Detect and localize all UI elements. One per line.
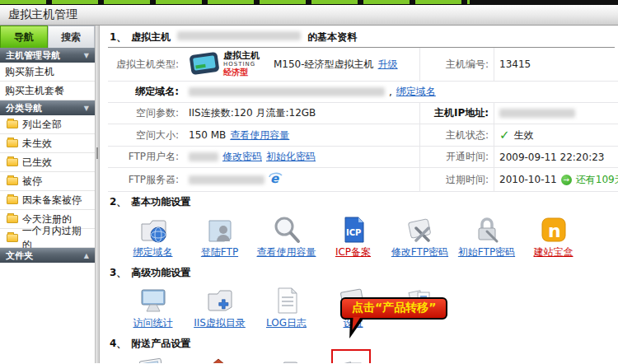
function-icp-record[interactable]: ICP ICP备案	[320, 213, 386, 259]
folder-icon	[7, 139, 18, 147]
view-usage-link[interactable]: 查看使用容量	[230, 128, 289, 142]
ie-icon[interactable]: e	[269, 171, 283, 188]
function-enterprise-mail[interactable]: 企业邮局管理	[185, 355, 251, 363]
host-info-table: 虚拟主机类型: 虚拟主机 HOSTING 经济型	[108, 48, 615, 192]
ftp-user-value: 修改密码 初始化密码	[184, 147, 419, 168]
folder-icon	[7, 215, 18, 223]
sidebar-item-list-all[interactable]: 列出全部	[0, 115, 95, 134]
host-type-value: 虚拟主机 HOSTING 经济型 M150-经济型虚拟主机 升级	[184, 48, 419, 82]
days-remaining-text: 还有109天过期	[576, 173, 618, 187]
tab-search[interactable]: 搜索	[48, 26, 96, 48]
title-bar: 虚拟主机管理	[0, 5, 618, 26]
host-type-label: 虚拟主机类型:	[108, 48, 184, 82]
sidebar-group-host-management[interactable]: 主机管理导航 ▼	[0, 48, 95, 63]
function-iis-virtual-directory[interactable]: IIS虚拟目录	[186, 284, 253, 330]
basic-functions-row: 绑定域名 登陆FTP	[108, 212, 615, 263]
init-password-link[interactable]: 初始化密码	[266, 150, 316, 164]
expire-time-value: 2010-10-11 → 还有109天过期 续费	[494, 168, 618, 192]
advanced-and-bonus-area: 3、 高级功能设置 访问统计	[108, 263, 615, 363]
function-site-builder-box[interactable]: n 建站宝盒	[520, 213, 587, 259]
monitor-icon	[138, 284, 168, 315]
folder-globe-icon	[138, 213, 168, 245]
host-id-value: 13415	[494, 48, 618, 82]
chevron-down-icon: ▼	[84, 105, 89, 112]
function-product-transfer[interactable]: 产品转移	[318, 355, 385, 363]
svg-text:n: n	[548, 221, 561, 241]
folder-icon	[7, 120, 18, 128]
space-size-value: 150 MB 查看使用容量	[184, 124, 419, 147]
sidebar-item-buy-host-package[interactable]: 购买主机套餐	[0, 82, 95, 100]
function-init-ftp-password[interactable]: 初始FTP密码	[453, 213, 520, 259]
open-time-label: 开通时间:	[419, 147, 494, 168]
ftp-server-label: FTP服务器:	[108, 168, 184, 192]
space-params-label: 空间参数:	[108, 103, 184, 124]
function-visit-stats[interactable]: 访问统计	[119, 284, 186, 330]
lock-icon	[472, 213, 502, 245]
folder-globe-icon	[270, 355, 300, 363]
calculator-icon: 123	[137, 355, 166, 363]
callout-bubble: 点击“产品转移”	[340, 297, 447, 320]
function-change-ftp-password[interactable]: 修改FTP密码	[386, 213, 453, 259]
section-basic-info-header: 1、 虚拟主机 的基本资料	[108, 27, 615, 48]
redacted-ftp-server	[189, 175, 265, 184]
space-size-label: 空间大小:	[108, 124, 184, 147]
upgrade-link[interactable]: 升级	[378, 58, 398, 72]
expire-time-label: 过期时间:	[419, 168, 494, 192]
redacted-host-name	[177, 31, 301, 40]
chevron-up-icon: ▲	[84, 252, 89, 259]
folder-icon	[7, 158, 18, 166]
sidebar-item-inactive[interactable]: 未生效	[0, 134, 95, 153]
function-counter[interactable]: 123 计数器	[118, 355, 185, 363]
host-id-label: 主机编号:	[419, 48, 494, 82]
tab-navigation[interactable]: 导航	[0, 26, 48, 48]
function-log[interactable]: LOG日志	[253, 284, 320, 330]
status-value: ✓ 生效	[494, 124, 618, 147]
status-label: 主机状态:	[419, 124, 494, 147]
green-arrow-icon: →	[561, 175, 572, 185]
sidebar-group-folders[interactable]: 文件夹 ▲	[0, 248, 95, 263]
bonus-products-row: 123 计数器 企业邮局管理	[108, 353, 615, 363]
document-icon	[272, 284, 302, 315]
ip-value	[494, 103, 618, 124]
change-password-link[interactable]: 修改密码	[222, 150, 262, 164]
main-content: 1、 虚拟主机 的基本资料 虚拟主机类型: 虚拟主机	[99, 26, 618, 363]
function-database-management[interactable]: 数据库管理	[251, 355, 318, 363]
folder-plus-icon	[205, 284, 235, 315]
function-bind-domain[interactable]: 绑定域名	[119, 213, 186, 259]
hosting-type-icon: 虚拟主机 HOSTING 经济型	[189, 51, 265, 77]
redacted-domain	[189, 87, 385, 96]
domain-label: 绑定域名:	[108, 82, 184, 103]
bind-domain-link[interactable]: 绑定域名	[396, 85, 436, 99]
function-login-ftp[interactable]: 登陆FTP	[186, 213, 253, 259]
redacted-ip	[499, 109, 575, 118]
sidebar-item-buy-new-host[interactable]: 购买新主机	[0, 63, 95, 82]
check-icon: ✓	[499, 128, 510, 142]
space-params-value: IIS连接数:120 月流量:12GB	[184, 103, 419, 124]
ftp-server-value: e	[184, 168, 419, 192]
folder-icon	[7, 234, 18, 242]
tools-icon	[405, 213, 435, 245]
chevron-down-icon: ▼	[84, 52, 89, 59]
open-time-value: 2009-09-11 22:20:23	[494, 147, 618, 168]
section-basic-functions-header: 2、 基本功能设置	[108, 192, 615, 212]
sidebar-item-expiring-in-month[interactable]: 一个月内过期的	[0, 229, 95, 248]
ip-label: 主机IP地址:	[419, 103, 494, 124]
section-advanced-functions-header: 3、 高级功能设置	[108, 263, 615, 282]
virtual-host-manager-window: 虚拟主机管理 导航 搜索 主机管理导航 ▼ 购买新主机 购买主机套餐 分类导航 …	[0, 0, 618, 364]
redacted-ftp-user	[189, 152, 218, 161]
house-icon	[204, 355, 233, 363]
svg-text:ICP: ICP	[346, 228, 361, 237]
folder-icon	[7, 196, 18, 204]
domain-value: , 绑定域名	[184, 82, 618, 103]
folder-icon	[7, 177, 18, 185]
magnifier-icon	[272, 213, 302, 245]
sidebar-item-active[interactable]: 已生效	[0, 153, 95, 172]
sidebar: 导航 搜索 主机管理导航 ▼ 购买新主机 购买主机套餐 分类导航 ▼ 列出全部	[0, 26, 95, 363]
function-view-usage[interactable]: 查看使用容量	[253, 213, 320, 259]
sidebar-group-category-nav[interactable]: 分类导航 ▼	[0, 100, 95, 115]
nicebox-icon: n	[539, 213, 569, 245]
folder-user-icon	[205, 213, 235, 245]
sidebar-item-suspended-no-icp[interactable]: 因未备案被停	[0, 191, 95, 210]
sidebar-item-suspended[interactable]: 被停	[0, 172, 95, 191]
icp-document-icon: ICP	[339, 213, 368, 245]
